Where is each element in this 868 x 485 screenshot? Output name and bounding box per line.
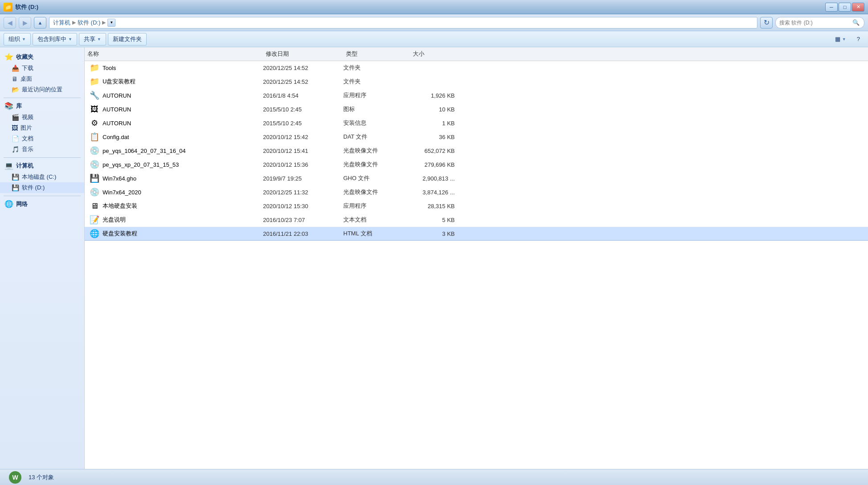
file-type: 文件夹 [343,78,410,86]
file-date: 2016/1/8 4:54 [263,92,343,99]
back-button[interactable]: ◀ [4,17,16,29]
table-row[interactable]: 📋 Config.dat 2020/10/12 15:42 DAT 文件 36 … [85,130,868,144]
file-name-text: U盘安装教程 [103,78,136,86]
file-type: 光盘映像文件 [343,147,410,155]
file-name-cell: 📋 Config.dat [85,132,263,142]
file-type: GHO 文件 [343,174,410,182]
file-name-text: Win7x64_2020 [103,189,141,196]
view-dropdown-icon: ▼ [842,37,846,41]
download-label: 下载 [22,64,33,72]
new-folder-button[interactable]: 新建文件夹 [108,33,147,45]
organize-button[interactable]: 组织 ▼ [4,33,31,45]
organize-dropdown-icon: ▼ [22,37,26,41]
file-name-cell: 💿 Win7x64_2020 [85,187,263,197]
sidebar-item-software-d[interactable]: 💾 软件 (D:) [0,182,84,193]
file-date: 2016/11/21 22:03 [263,230,343,237]
file-size: 3,874,126 ... [410,189,464,196]
table-row[interactable]: 💿 Win7x64_2020 2020/12/25 11:32 光盘映像文件 3… [85,185,868,199]
forward-button[interactable]: ▶ [19,17,31,29]
sidebar-item-download[interactable]: 📥 下载 [0,63,84,74]
column-header-size[interactable]: 大小 [410,49,464,59]
sidebar-divider-1 [4,98,81,98]
file-icon: 📝 [89,214,100,225]
minimize-button[interactable]: ─ [825,3,838,12]
table-row[interactable]: 🖼 AUTORUN 2015/5/10 2:45 图标 10 KB [85,103,868,116]
app-icon: 📁 [4,3,12,12]
sidebar-item-image[interactable]: 🖼 图片 [0,123,84,133]
table-row[interactable]: 💾 Win7x64.gho 2019/9/7 19:25 GHO 文件 2,90… [85,172,868,185]
computer-icon: 💻 [4,161,13,170]
refresh-button[interactable]: ↻ [760,17,773,29]
table-row[interactable]: 📁 Tools 2020/12/25 14:52 文件夹 [85,61,868,75]
file-name-cell: ⚙ AUTORUN [85,118,263,128]
breadcrumb-computer[interactable]: 计算机 [53,19,70,27]
sidebar-item-desktop[interactable]: 🖥 桌面 [0,74,84,84]
column-header-date[interactable]: 修改日期 [263,49,343,59]
computer-header[interactable]: 💻 计算机 [0,160,84,172]
desktop-label: 桌面 [21,75,32,83]
sidebar-item-doc[interactable]: 📄 文档 [0,133,84,144]
file-type: HTML 文档 [343,230,410,238]
sidebar-item-music[interactable]: 🎵 音乐 [0,144,84,155]
view-options-icon: ▦ [835,36,840,42]
file-type: 光盘映像文件 [343,160,410,169]
file-type: 图标 [343,105,410,113]
table-row[interactable]: 💿 pe_yqs_1064_20_07_31_16_04 2020/10/12 … [85,144,868,158]
toolbar: 组织 ▼ 包含到库中 ▼ 共享 ▼ 新建文件夹 ▦ ▼ ? [0,31,868,47]
status-app-icon: W [7,469,23,485]
file-icon: 🖥 [89,201,100,211]
column-header-type[interactable]: 类型 [343,49,410,59]
library-header[interactable]: 📚 库 [0,100,84,112]
file-size: 279,696 KB [410,161,464,168]
file-type: 应用程序 [343,91,410,99]
table-row[interactable]: 📁 U盘安装教程 2020/12/25 14:52 文件夹 [85,75,868,89]
sidebar: ⭐ 收藏夹 📥 下载 🖥 桌面 📂 最近访问的位置 📚 库 [0,47,85,469]
network-icon: 🌐 [4,200,13,208]
download-icon: 📥 [12,65,19,72]
file-size: 36 KB [410,134,464,140]
file-name-text: Tools [103,65,116,71]
favorites-header[interactable]: ⭐ 收藏夹 [0,51,84,63]
file-icon: ⚙ [89,118,100,128]
doc-icon: 📄 [12,135,19,142]
file-name-text: 光盘说明 [103,216,126,224]
table-row[interactable]: 🖥 本地硬盘安装 2020/10/12 15:30 应用程序 28,315 KB [85,199,868,213]
table-row[interactable]: 📝 光盘说明 2016/10/23 7:07 文本文档 5 KB [85,213,868,227]
file-name-text: AUTORUN [103,106,131,113]
table-row[interactable]: 🔧 AUTORUN 2016/1/8 4:54 应用程序 1,926 KB [85,89,868,103]
search-input[interactable] [779,20,850,26]
file-date: 2020/10/12 15:30 [263,203,343,210]
file-icon: 📁 [89,76,100,87]
search-icon[interactable]: 🔍 [852,18,860,27]
file-size: 5 KB [410,217,464,223]
table-row[interactable]: 🌐 硬盘安装教程 2016/11/21 22:03 HTML 文档 3 KB [85,227,868,241]
breadcrumb-drive[interactable]: 软件 (D:) [78,19,100,27]
help-button[interactable]: ? [852,33,864,45]
file-name-text: pe_yqs_1064_20_07_31_16_04 [103,148,186,154]
close-button[interactable]: ✕ [852,3,864,12]
sidebar-item-recent[interactable]: 📂 最近访问的位置 [0,84,84,95]
view-options-button[interactable]: ▦ ▼ [831,33,851,45]
file-icon: 💿 [89,145,100,156]
file-name-cell: 💾 Win7x64.gho [85,173,263,184]
sidebar-item-video[interactable]: 🎬 视频 [0,112,84,123]
sidebar-item-local-c[interactable]: 💾 本地磁盘 (C:) [0,172,84,182]
table-row[interactable]: 💿 pe_yqs_xp_20_07_31_15_53 2020/10/12 15… [85,158,868,172]
include-library-button[interactable]: 包含到库中 ▼ [33,33,77,45]
sidebar-section-library: 📚 库 🎬 视频 🖼 图片 📄 文档 🎵 音乐 [0,100,84,155]
column-header-name[interactable]: 名称 [85,49,263,59]
help-icon: ? [857,36,860,42]
file-name-cell: 📁 Tools [85,62,263,73]
file-size: 1 KB [410,120,464,127]
file-name-text: 本地硬盘安装 [103,202,137,210]
breadcrumb-dropdown[interactable]: ▼ [107,19,115,27]
table-row[interactable]: ⚙ AUTORUN 2015/5/10 2:45 安装信息 1 KB [85,116,868,130]
maximize-button[interactable]: □ [839,3,851,12]
up-button[interactable]: ▲ [34,17,46,29]
local-c-icon: 💾 [12,173,19,181]
file-name-cell: 📝 光盘说明 [85,214,263,225]
share-button[interactable]: 共享 ▼ [79,33,106,45]
recent-label: 最近访问的位置 [22,86,62,94]
network-header[interactable]: 🌐 网络 [0,198,84,210]
file-icon: 📁 [89,62,100,73]
